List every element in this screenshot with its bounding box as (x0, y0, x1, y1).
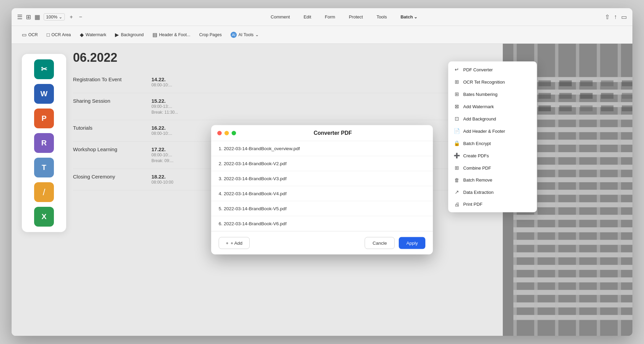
ai-icon: AI (231, 32, 237, 38)
zoom-in-button[interactable]: + (68, 14, 74, 20)
excel-app-icon[interactable]: X (34, 207, 54, 227)
sidebar-toggle-icon[interactable]: ☰ (17, 13, 23, 21)
text-app-icon[interactable]: T (34, 158, 54, 177)
ocr-tet-label: OCR Tet Recognition (463, 80, 505, 85)
menu-form[interactable]: Form (323, 13, 337, 21)
svg-rect-25 (576, 44, 579, 336)
combine-pdf-icon: ⊞ (454, 165, 460, 171)
add-button-label: + Add (231, 241, 243, 246)
cancel-button[interactable]: Cancle (365, 237, 395, 249)
create-pdfs-label: Create PDFs (463, 153, 489, 158)
svg-rect-39 (601, 93, 614, 99)
main-content: ✂ W P R T / X (12, 44, 632, 336)
upload-icon[interactable]: ⇧ (605, 13, 610, 21)
dropdown-add-watermark[interactable]: ⊠ Add Watermark (448, 100, 537, 113)
toolbar-watermark-button[interactable]: ◆ Watermark (76, 30, 110, 40)
ai-tools-chevron: ⌄ (255, 32, 259, 37)
dropdown-combine-pdf[interactable]: ⊞ Combine PDF (448, 162, 537, 174)
close-window-button[interactable] (217, 131, 222, 135)
crop-pages-label: Crop Pages (199, 32, 222, 37)
toolbar-background-button[interactable]: ▶ Background (112, 30, 147, 40)
footer-actions: Cancle Apply (365, 237, 425, 249)
document-area: ✂ W P R T / X (12, 44, 632, 336)
file-item-5[interactable]: 5. 2022-03-14-BrandBook-V5.pdf (211, 201, 433, 216)
modal-title: Converter PDF (313, 130, 352, 136)
dropdown-batch-encrypt[interactable]: 🔒 Batch Encrypt (448, 137, 537, 149)
menu-edit[interactable]: Edit (302, 13, 313, 21)
toolbar-header-footer-button[interactable]: ▤ Header & Foot... (149, 30, 194, 40)
menu-tools[interactable]: Tools (375, 13, 389, 21)
layout-icon[interactable]: ▭ (621, 13, 627, 21)
header-footer-icon: ▤ (152, 32, 157, 38)
menu-protect[interactable]: Protect (347, 13, 365, 21)
bates-icon: ⊞ (454, 91, 460, 97)
keynote-app-icon[interactable]: R (34, 133, 54, 153)
svg-rect-34 (622, 81, 632, 86)
add-watermark-label: Add Watermark (463, 104, 494, 109)
dropdown-bates-numbering[interactable]: ⊞ Bates Numbering (448, 88, 537, 100)
svg-rect-18 (513, 277, 632, 283)
maximize-window-button[interactable] (232, 131, 236, 135)
pdf-converter-icon: ↵ (454, 67, 460, 73)
svg-rect-27 (618, 44, 621, 336)
chevron-down-icon: ⌄ (414, 14, 418, 19)
title-bar-right: ⇧ ↑ ▭ (605, 13, 627, 21)
grid-view-icon[interactable]: ⊞ (26, 13, 31, 21)
pdf-converter-label: PDF Converter (463, 67, 493, 72)
watermark-icon: ◆ (80, 32, 84, 38)
schedule-item-1: Registration To Event 14.22. 08:00-10:..… (73, 72, 496, 93)
file-item-4[interactable]: 4. 2022-03-14-BrandBook-V4.pdf (211, 186, 433, 201)
ppt-app-icon[interactable]: P (34, 109, 54, 128)
word-app-icon[interactable]: W (34, 84, 54, 104)
dropdown-create-pdfs[interactable]: ➕ Create PDFs (448, 149, 537, 162)
file-item-2[interactable]: 2. 2022-03-14-BrandBook-V2.pdf (211, 156, 433, 171)
ocr-tet-icon: ⊞ (454, 79, 460, 85)
add-header-footer-label: Add Header & Footer (463, 129, 505, 134)
svg-rect-42 (538, 105, 551, 111)
file-list: 1. 2022-03-14-BrandBook_overview.pdf 2. … (211, 141, 433, 231)
svg-rect-17 (513, 265, 632, 270)
toolbar-ocr-area-button[interactable]: □ OCR Area (43, 30, 74, 40)
add-file-button[interactable]: + + Add (219, 237, 250, 249)
dropdown-ocr-tet[interactable]: ⊞ OCR Tet Recognition (448, 76, 537, 88)
menu-batch[interactable]: Batch ⌄ (398, 13, 420, 21)
svg-rect-30 (538, 81, 551, 86)
ocr-area-icon: □ (47, 32, 50, 38)
dropdown-data-extraction[interactable]: ↗ Data Extraction (448, 186, 537, 198)
file-item-1[interactable]: 1. 2022-03-14-BrandBook_overview.pdf (211, 141, 433, 156)
title-bar-center: Comment Edit Form Protect Tools Batch ⌄ (88, 13, 601, 21)
share-icon[interactable]: ↑ (614, 13, 617, 20)
toolbar-crop-pages-button[interactable]: Crop Pages (196, 30, 225, 39)
add-background-label: Add Background (463, 116, 496, 121)
batch-remove-icon: 🗑 (454, 177, 460, 183)
svg-rect-20 (513, 302, 632, 307)
dropdown-add-header-footer[interactable]: 📄 Add Header & Footer (448, 125, 537, 137)
pages-app-icon[interactable]: / (34, 182, 54, 202)
apply-button[interactable]: Apply (399, 237, 425, 249)
minimize-window-button[interactable] (224, 131, 229, 135)
dropdown-print-pdf[interactable]: 🖨 Print PDF (448, 198, 537, 210)
ocr-icon: ▭ (22, 32, 27, 38)
title-bar: ☰ ⊞ ▦ 100% ⌄ + − Comment Edit Form Prote… (12, 8, 632, 26)
panel-icon[interactable]: ▦ (34, 13, 40, 21)
toolbar-ai-tools-button[interactable]: AI AI Tools ⌄ (227, 30, 262, 40)
svg-rect-43 (559, 105, 572, 111)
data-extraction-icon: ↗ (454, 189, 460, 195)
file-item-6[interactable]: 6. 2022-03-14-BrandBook-V6.pdf (211, 216, 433, 231)
teal-app-icon[interactable]: ✂ (34, 59, 54, 79)
zoom-out-button[interactable]: − (78, 14, 84, 20)
dropdown-batch-remove[interactable]: 🗑 Batch Remove (448, 174, 537, 186)
file-item-3[interactable]: 3. 2022-03-14-BrandBook-V3.pdf (211, 171, 433, 186)
ai-tools-label: AI Tools (238, 32, 253, 37)
zoom-control[interactable]: 100% ⌄ (44, 13, 65, 20)
print-pdf-label: Print PDF (463, 202, 482, 207)
toolbar-ocr-button[interactable]: ▭ OCR (18, 30, 41, 40)
dropdown-pdf-converter[interactable]: ↵ PDF Converter (448, 63, 537, 76)
menu-comment[interactable]: Comment (269, 13, 292, 21)
schedule-item-4-name: Workshop Learning (73, 146, 141, 164)
svg-rect-13 (513, 215, 632, 220)
add-watermark-icon: ⊠ (454, 103, 460, 110)
schedule-item-2-date: 15.22. (151, 98, 178, 104)
dropdown-add-background[interactable]: ⊡ Add Background (448, 113, 537, 125)
plus-icon: + (226, 241, 229, 246)
